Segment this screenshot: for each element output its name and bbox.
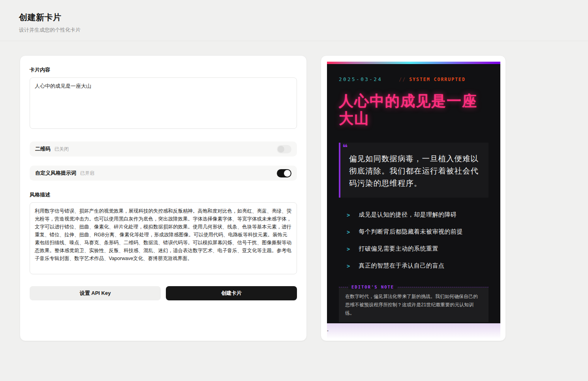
main-content: 卡片内容 人心中的成见是一座大山 二维码 已关闭 自定义风格提示词 已开启 风格… [0,41,588,355]
qr-label: 二维码 [35,145,51,153]
page-title: 创建新卡片 [19,12,569,23]
card-date: 2025-03-24 [339,76,382,82]
card-content-textarea[interactable]: 人心中的成见是一座大山 [30,77,297,129]
footer-dash: - [327,328,329,333]
quote-text: 偏见如同数据病毒，一旦植入便难以彻底清除。我们都在运行着被社会代码污染的思维程序… [349,153,480,189]
slashes-icon: // [399,77,406,82]
bullet-text: 每个判断背后都隐藏着未被审视的前提 [359,228,463,236]
toggle-knob-icon [284,170,291,177]
bullet-text: 真正的智慧在于承认自己的盲点 [359,262,444,270]
style-desc-textarea[interactable]: 利用数字信号错误、损坏产生的视觉效果，展现科技的失控感和反叛精神。高饱和度对比色… [30,202,297,274]
custom-style-toggle-switch[interactable] [277,169,291,177]
page-header: 创建新卡片 设计并生成您的个性化卡片 [0,0,588,41]
card-form-panel: 卡片内容 人心中的成见是一座大山 二维码 已关闭 自定义风格提示词 已开启 风格… [20,55,307,341]
editors-note-label: EDITOR'S NOTE [348,285,397,289]
create-card-button[interactable]: 创建卡片 [166,286,297,300]
quote-icon: ❝ [342,143,348,152]
style-desc-label: 风格描述 [30,191,297,198]
bullet-text: 成见是认知的捷径，却是理解的障碍 [359,211,456,219]
bullet-item: > 打破偏见需要主动的系统重置 [339,245,488,253]
page-subtitle: 设计并生成您的个性化卡片 [19,26,569,34]
quote-block: ❝ 偏见如同数据病毒，一旦植入便难以彻底清除。我们都在运行着被社会代码污染的思维… [339,143,488,198]
card-meta-row: 2025-03-24 //SYSTEM CORRUPTED [339,76,488,82]
bullet-list: > 成见是认知的捷径，却是理解的障碍 > 每个判断背后都隐藏着未被审视的前提 >… [339,211,488,270]
qr-status: 已关闭 [54,146,69,153]
toggle-knob-icon [278,146,284,153]
bullet-item: > 成见是认知的捷径，却是理解的障碍 [339,211,488,219]
glitch-card: 2025-03-24 //SYSTEM CORRUPTED 人心中的成见是一座大… [327,62,500,323]
bullet-item: > 真正的智慧在于承认自己的盲点 [339,262,488,270]
custom-style-toggle-row: 自定义风格提示词 已开启 [30,166,297,181]
editors-note-text: 在数字时代，偏见算法化带来了新的挑战。我们如何确保自己的思维不被预设程序所控制？… [345,292,482,317]
card-preview-title: 人心中的成见是一座大山 [339,92,488,127]
qr-toggle-switch[interactable] [277,145,291,153]
form-actions: 设置 API Key 创建卡片 [30,286,297,300]
qr-toggle-row: 二维码 已关闭 [30,141,297,157]
system-status-label: //SYSTEM CORRUPTED [399,77,466,82]
card-content-label: 卡片内容 [30,66,297,74]
bullet-text: 打破偏见需要主动的系统重置 [359,245,438,253]
bullet-item: > 每个判断背后都隐藏着未被审视的前提 [339,228,488,236]
editors-note-block: EDITOR'S NOTE 在数字时代，偏见算法化带来了新的挑战。我们如何确保自… [339,287,488,322]
chevron-bullet-icon: > [347,246,350,253]
chevron-bullet-icon: > [347,229,350,236]
system-status-text: SYSTEM CORRUPTED [409,77,466,82]
bottom-glow-fade: - [327,323,500,341]
glitch-card-body: 2025-03-24 //SYSTEM CORRUPTED 人心中的成见是一座大… [327,64,500,323]
custom-style-label: 自定义风格提示词 [35,170,76,177]
custom-style-status: 已开启 [80,170,94,177]
card-preview-panel: 2025-03-24 //SYSTEM CORRUPTED 人心中的成见是一座大… [321,55,506,341]
set-api-key-button[interactable]: 设置 API Key [30,286,161,300]
chevron-bullet-icon: > [347,212,350,219]
chevron-bullet-icon: > [347,263,350,270]
